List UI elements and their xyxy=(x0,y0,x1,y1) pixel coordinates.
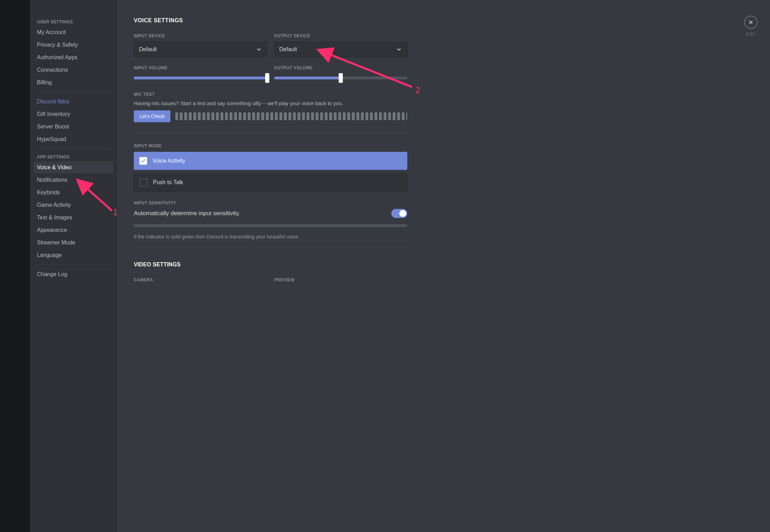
mic-level-meter xyxy=(175,112,407,120)
check-icon xyxy=(140,158,146,164)
slider-thumb[interactable] xyxy=(339,73,343,83)
left-strip xyxy=(0,0,30,532)
slider-fill xyxy=(134,77,267,79)
sidebar-item-hypesquad[interactable]: HypeSquad xyxy=(33,133,114,145)
input-device-value: Default xyxy=(139,46,157,53)
output-device-select[interactable]: Default xyxy=(274,42,408,57)
output-volume-label: OUTPUT VOLUME xyxy=(274,65,408,70)
close-wrapper: ESC xyxy=(744,16,757,37)
sidebar-item-connections[interactable]: Connections xyxy=(33,64,114,76)
input-mode-voice-activity[interactable]: Voice Activity xyxy=(134,152,407,170)
sidebar-item-gift-inventory[interactable]: Gift Inventory xyxy=(33,108,114,120)
mic-test-description: Having mic issues? Start a test and say … xyxy=(134,100,407,106)
close-icon xyxy=(748,19,754,25)
input-mode-label: INPUT MODE xyxy=(134,143,407,148)
output-volume-slider[interactable] xyxy=(274,74,408,82)
sidebar-item-text-images[interactable]: Text & Images xyxy=(33,212,114,224)
checkbox-checked xyxy=(139,157,147,165)
chevron-down-icon xyxy=(396,46,402,53)
sidebar-item-appearance[interactable]: Appearance xyxy=(33,224,114,236)
output-device-value: Default xyxy=(279,46,297,53)
main-content: ESC VOICE SETTINGS INPUT DEVICE Default … xyxy=(117,0,770,532)
camera-label: CAMERA xyxy=(134,277,267,282)
video-settings-title: VIDEO SETTINGS xyxy=(134,261,407,268)
input-sensitivity-label: INPUT SENSITIVITY xyxy=(134,201,407,205)
input-mode-push-to-talk[interactable]: Push to Talk xyxy=(134,173,407,191)
auto-sensitivity-toggle[interactable] xyxy=(391,209,407,218)
toggle-knob xyxy=(399,210,406,217)
user-settings-header: USER SETTINGS xyxy=(33,17,114,26)
input-volume-slider[interactable] xyxy=(134,74,267,82)
sidebar-item-language[interactable]: Language xyxy=(33,249,114,261)
sidebar-item-game-activity[interactable]: Game Activity xyxy=(33,199,114,211)
slider-fill xyxy=(274,77,341,79)
close-esc-label: ESC xyxy=(744,32,757,37)
sidebar-divider xyxy=(37,92,110,92)
sidebar-item-server-boost[interactable]: Server Boost xyxy=(33,121,114,133)
sidebar-item-my-account[interactable]: My Account xyxy=(33,26,114,38)
sidebar-item-authorized-apps[interactable]: Authorized Apps xyxy=(33,52,114,63)
sidebar-item-voice-video[interactable]: Voice & Video xyxy=(33,162,114,173)
sidebar-item-streamer-mode[interactable]: Streamer Mode xyxy=(33,237,114,249)
sidebar-item-keybinds[interactable]: Keybinds xyxy=(33,187,114,198)
preview-label: PREVIEW xyxy=(274,277,408,282)
auto-sensitivity-text: Automatically determine input sensitivit… xyxy=(134,210,240,217)
mic-test-label: MIC TEST xyxy=(134,92,407,97)
push-to-talk-label: Push to Talk xyxy=(153,179,183,186)
checkbox-unchecked xyxy=(140,179,147,186)
app-root: USER SETTINGS My Account Privacy & Safet… xyxy=(0,0,770,532)
sidebar-item-change-log[interactable]: Change Log xyxy=(33,268,114,280)
sensitivity-bar xyxy=(134,224,407,227)
sidebar-item-privacy-safety[interactable]: Privacy & Safety xyxy=(33,39,114,51)
sidebar-divider xyxy=(37,149,110,149)
slider-thumb[interactable] xyxy=(265,73,269,83)
output-device-label: OUTPUT DEVICE xyxy=(274,33,408,38)
sidebar-item-notifications[interactable]: Notifications xyxy=(33,174,114,186)
sensitivity-hint: If the indicator is solid green then Dis… xyxy=(134,234,407,248)
app-settings-header: APP SETTINGS xyxy=(33,152,114,162)
close-button[interactable] xyxy=(744,16,757,29)
chevron-down-icon xyxy=(256,46,262,53)
divider xyxy=(134,133,407,133)
input-device-label: INPUT DEVICE xyxy=(134,33,267,38)
sidebar-divider xyxy=(37,265,110,265)
lets-check-button[interactable]: Let's Check xyxy=(134,110,170,122)
sidebar-item-billing[interactable]: Billing xyxy=(33,77,114,88)
page-title: VOICE SETTINGS xyxy=(134,17,407,24)
input-device-select[interactable]: Default xyxy=(134,42,267,57)
voice-activity-label: Voice Activity xyxy=(153,158,185,164)
input-volume-label: INPUT VOLUME xyxy=(134,65,267,70)
settings-sidebar: USER SETTINGS My Account Privacy & Safet… xyxy=(30,0,117,532)
sidebar-item-discord-nitro[interactable]: Discord Nitro xyxy=(33,96,114,108)
